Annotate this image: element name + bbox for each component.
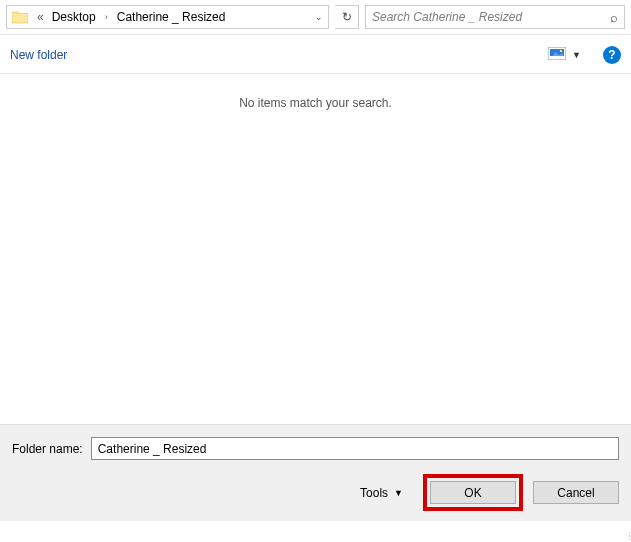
breadcrumb: « Desktop › Catherine _ Resized bbox=[33, 8, 308, 26]
file-list-area: No items match your search. bbox=[0, 74, 631, 424]
search-icon[interactable]: ⌕ bbox=[610, 10, 618, 25]
view-mode-button[interactable]: ▼ bbox=[544, 45, 585, 65]
search-input[interactable] bbox=[372, 10, 610, 24]
refresh-button[interactable]: ↻ bbox=[335, 5, 359, 29]
chevron-right-icon: › bbox=[102, 12, 111, 22]
help-icon: ? bbox=[608, 48, 615, 62]
address-dropdown-icon[interactable]: ⌄ bbox=[308, 12, 328, 22]
ok-button[interactable]: OK bbox=[430, 481, 516, 504]
folder-icon bbox=[11, 8, 29, 26]
resize-grip-icon[interactable]: .:.:: bbox=[628, 532, 629, 540]
folder-name-label: Folder name: bbox=[12, 442, 83, 456]
chevron-down-icon: ▼ bbox=[394, 488, 403, 498]
refresh-icon: ↻ bbox=[342, 10, 352, 24]
picture-icon bbox=[548, 47, 566, 63]
chevron-down-icon: ▼ bbox=[572, 50, 581, 60]
search-box[interactable]: ⌕ bbox=[365, 5, 625, 29]
svg-point-3 bbox=[560, 50, 562, 52]
folder-name-input[interactable] bbox=[91, 437, 619, 460]
breadcrumb-overflow-icon[interactable]: « bbox=[35, 10, 46, 24]
address-bar[interactable]: « Desktop › Catherine _ Resized ⌄ bbox=[6, 5, 329, 29]
help-button[interactable]: ? bbox=[603, 46, 621, 64]
cancel-button[interactable]: Cancel bbox=[533, 481, 619, 504]
ok-highlight: OK bbox=[423, 474, 523, 511]
breadcrumb-parent[interactable]: Desktop bbox=[48, 8, 100, 26]
tools-label: Tools bbox=[360, 486, 388, 500]
empty-message: No items match your search. bbox=[0, 96, 631, 110]
breadcrumb-current[interactable]: Catherine _ Resized bbox=[113, 8, 230, 26]
tools-menu[interactable]: Tools ▼ bbox=[360, 486, 403, 500]
new-folder-button[interactable]: New folder bbox=[10, 48, 67, 62]
